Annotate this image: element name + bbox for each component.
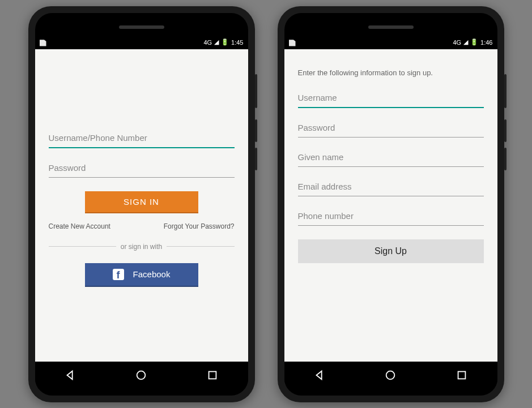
username-input[interactable] xyxy=(49,128,235,148)
signup-button[interactable]: Sign Up xyxy=(298,239,484,263)
network-label: 4G xyxy=(203,39,212,46)
phone-signup: 4G ◢ 🔋 1:46 Enter the following informat… xyxy=(278,6,504,402)
given-name-input[interactable] xyxy=(298,148,484,167)
facebook-button[interactable]: f Facebook xyxy=(85,263,198,287)
password-input[interactable] xyxy=(298,118,484,138)
side-button xyxy=(504,119,507,142)
divider xyxy=(167,246,234,247)
back-icon[interactable] xyxy=(313,369,326,381)
side-button xyxy=(504,74,507,108)
side-button xyxy=(504,148,507,170)
phone-input[interactable] xyxy=(298,207,484,226)
recents-icon[interactable] xyxy=(206,369,219,381)
forgot-password-link[interactable]: Forgot Your Password? xyxy=(164,222,235,230)
email-input[interactable] xyxy=(298,177,484,196)
phone-speaker xyxy=(119,25,164,29)
signal-icon: ◢ xyxy=(214,38,219,46)
phone-speaker xyxy=(368,25,414,29)
username-input[interactable] xyxy=(298,88,484,108)
facebook-button-label: Facebook xyxy=(133,269,171,279)
password-input[interactable] xyxy=(49,158,235,178)
side-button xyxy=(255,148,257,170)
sim-icon xyxy=(40,38,46,46)
android-navbar xyxy=(35,362,248,389)
clock-label: 1:45 xyxy=(231,39,243,46)
signal-icon: ◢ xyxy=(463,38,468,46)
svg-rect-1 xyxy=(208,371,216,379)
recents-icon[interactable] xyxy=(456,369,468,381)
create-account-link[interactable]: Create New Account xyxy=(49,222,110,230)
home-icon[interactable] xyxy=(384,369,397,381)
clock-label: 1:46 xyxy=(480,39,492,46)
sim-icon xyxy=(289,38,296,46)
facebook-icon: f xyxy=(113,269,124,280)
status-bar: 4G ◢ 🔋 1:45 xyxy=(35,36,248,49)
signin-button[interactable]: SIGN IN xyxy=(85,191,198,213)
status-bar: 4G ◢ 🔋 1:46 xyxy=(284,36,497,49)
phone-signin: 4G ◢ 🔋 1:45 SIGN IN Create New Account F… xyxy=(28,6,255,402)
battery-icon: 🔋 xyxy=(221,38,229,46)
network-label: 4G xyxy=(453,39,461,46)
signup-instruction: Enter the following information to sign … xyxy=(298,68,484,77)
side-button xyxy=(255,119,257,142)
divider-text: or sign in with xyxy=(121,243,162,251)
svg-rect-3 xyxy=(458,371,465,379)
battery-icon: 🔋 xyxy=(470,38,478,46)
android-navbar xyxy=(284,362,497,389)
divider xyxy=(49,246,116,247)
svg-point-0 xyxy=(137,371,146,379)
side-button xyxy=(255,74,257,108)
home-icon[interactable] xyxy=(135,369,147,381)
back-icon[interactable] xyxy=(64,369,76,381)
svg-point-2 xyxy=(386,371,395,379)
